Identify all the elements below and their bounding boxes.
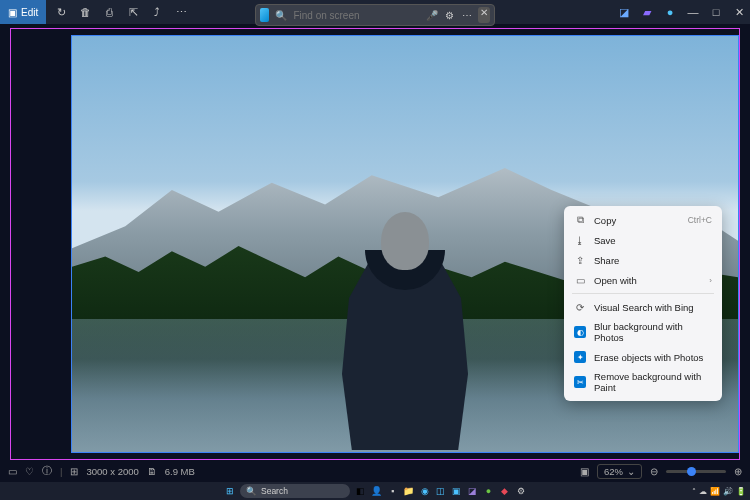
search-icon: 🔍 <box>275 10 287 21</box>
ctx-label: Open with <box>594 275 701 286</box>
share-icon[interactable]: ⤴ <box>146 1 168 23</box>
settings-icon[interactable]: ⚙ <box>444 10 455 21</box>
taskbar-search-label: Search <box>261 486 288 496</box>
system-tray[interactable]: ˄ ☁ 📶 🔊 🔋 <box>692 487 746 496</box>
filesize-icon: 🗎 <box>147 466 157 477</box>
delete-icon[interactable]: 🗑 <box>74 1 96 23</box>
ctx-label: Remove background with Paint <box>594 371 712 393</box>
ctx-label: Blur background with Photos <box>594 321 712 343</box>
close-button[interactable]: ✕ <box>728 1 750 23</box>
status-bar: ▭ ♡ ⓘ | ⊞ 3000 x 2000 🗎 6.9 MB ▣ 62%⌄ ⊖ … <box>0 460 750 482</box>
ctx-blur-bg[interactable]: ◐Blur background with Photos <box>568 317 718 347</box>
ctx-label: Visual Search with Bing <box>594 302 712 313</box>
ctx-label: Erase objects with Photos <box>594 352 712 363</box>
ctx-visual-search[interactable]: ⟳Visual Search with Bing <box>568 297 718 317</box>
rotate-icon[interactable]: ↻ <box>50 1 72 23</box>
app2-icon[interactable]: ▰ <box>636 1 658 23</box>
search-input[interactable] <box>293 10 420 21</box>
ctx-separator <box>572 293 714 294</box>
copy-icon: ⧉ <box>574 214 586 226</box>
ctx-copy[interactable]: ⧉CopyCtrl+C <box>568 210 718 230</box>
zoom-selector[interactable]: 62%⌄ <box>597 464 642 479</box>
minimize-button[interactable]: — <box>682 1 704 23</box>
taskbar: ⊞ 🔍Search ◧ 👤 ▪ 📁 ◉ ◫ ▣ ◪ ● ◆ ⚙ ˄ ☁ 📶 🔊 … <box>0 482 750 500</box>
zoom-out-icon[interactable]: ⊖ <box>650 466 658 477</box>
toolbar-icons: ↻ 🗑 ⎙ ⇱ ⤴ ⋯ <box>50 1 192 23</box>
chevron-right-icon: › <box>709 276 712 285</box>
chevron-down-icon: ⌄ <box>627 466 635 477</box>
settings-icon[interactable]: ⚙ <box>513 484 528 499</box>
ctx-shortcut: Ctrl+C <box>688 215 712 225</box>
search-icon: 🔍 <box>246 486 257 496</box>
more-search-icon[interactable]: ⋯ <box>461 10 472 21</box>
photos-icon: ▣ <box>8 7 17 18</box>
favorite-icon[interactable]: ♡ <box>25 466 34 477</box>
save-icon: ⭳ <box>574 234 586 246</box>
ctx-label: Copy <box>594 215 680 226</box>
explorer-icon[interactable]: 📁 <box>401 484 416 499</box>
close-search-icon[interactable]: ✕ <box>478 7 490 23</box>
edit-label: Edit <box>21 7 38 18</box>
bing-icon: ⟳ <box>574 301 586 313</box>
cloud-icon[interactable]: ☁ <box>699 487 707 496</box>
copilot-icon <box>260 8 269 22</box>
ctx-open-with[interactable]: ▭Open with› <box>568 270 718 290</box>
ctx-save[interactable]: ⭳Save <box>568 230 718 250</box>
blur-icon: ◐ <box>574 326 586 338</box>
app-icon[interactable]: ◆ <box>497 484 512 499</box>
edge-icon[interactable]: ◉ <box>417 484 432 499</box>
store-icon[interactable]: ◫ <box>433 484 448 499</box>
export-icon[interactable]: ⇱ <box>122 1 144 23</box>
paint-icon: ✂ <box>574 376 586 388</box>
ctx-remove-bg[interactable]: ✂Remove background with Paint <box>568 367 718 397</box>
share-icon: ⇪ <box>574 254 586 266</box>
ctx-erase[interactable]: ✦Erase objects with Photos <box>568 347 718 367</box>
dimensions-value: 3000 x 2000 <box>86 466 138 477</box>
battery-icon[interactable]: 🔋 <box>736 487 746 496</box>
volume-icon[interactable]: 🔊 <box>723 487 733 496</box>
tray-chevron-icon[interactable]: ˄ <box>692 487 696 496</box>
zoom-value: 62% <box>604 466 623 477</box>
zoom-slider[interactable] <box>666 470 726 473</box>
erase-icon: ✦ <box>574 351 586 363</box>
zoom-in-icon[interactable]: ⊕ <box>734 466 742 477</box>
more-icon[interactable]: ⋯ <box>170 1 192 23</box>
filesize-value: 6.9 MB <box>165 466 195 477</box>
print-icon[interactable]: ⎙ <box>98 1 120 23</box>
search-bar[interactable]: 🔍 🎤 ⚙ ⋯ ✕ <box>255 4 495 26</box>
taskbar-search[interactable]: 🔍Search <box>240 484 350 498</box>
xbox-icon[interactable]: ● <box>481 484 496 499</box>
app1-icon[interactable]: ◪ <box>613 1 635 23</box>
task-view-icon[interactable]: ◧ <box>353 484 368 499</box>
ctx-label: Share <box>594 255 712 266</box>
start-button[interactable]: ⊞ <box>222 484 237 499</box>
app3-icon[interactable]: ● <box>659 1 681 23</box>
openwith-icon: ▭ <box>574 274 586 286</box>
info-icon[interactable]: ⓘ <box>42 465 52 478</box>
terminal-icon[interactable]: ▪ <box>385 484 400 499</box>
app-icon[interactable]: 👤 <box>369 484 384 499</box>
window-controls: ◪ ▰ ● — □ ✕ <box>613 1 750 23</box>
dimensions-icon: ⊞ <box>70 466 78 477</box>
ctx-label: Save <box>594 235 712 246</box>
maximize-button[interactable]: □ <box>705 1 727 23</box>
wifi-icon[interactable]: 📶 <box>710 487 720 496</box>
photos-icon[interactable]: ▣ <box>449 484 464 499</box>
edit-button[interactable]: ▣ Edit <box>0 0 46 24</box>
gallery-icon[interactable]: ▭ <box>8 466 17 477</box>
teams-icon[interactable]: ◪ <box>465 484 480 499</box>
ctx-share[interactable]: ⇪Share <box>568 250 718 270</box>
fit-icon[interactable]: ▣ <box>580 466 589 477</box>
context-menu: ⧉CopyCtrl+C ⭳Save ⇪Share ▭Open with› ⟳Vi… <box>564 206 722 401</box>
mic-icon[interactable]: 🎤 <box>426 10 438 21</box>
